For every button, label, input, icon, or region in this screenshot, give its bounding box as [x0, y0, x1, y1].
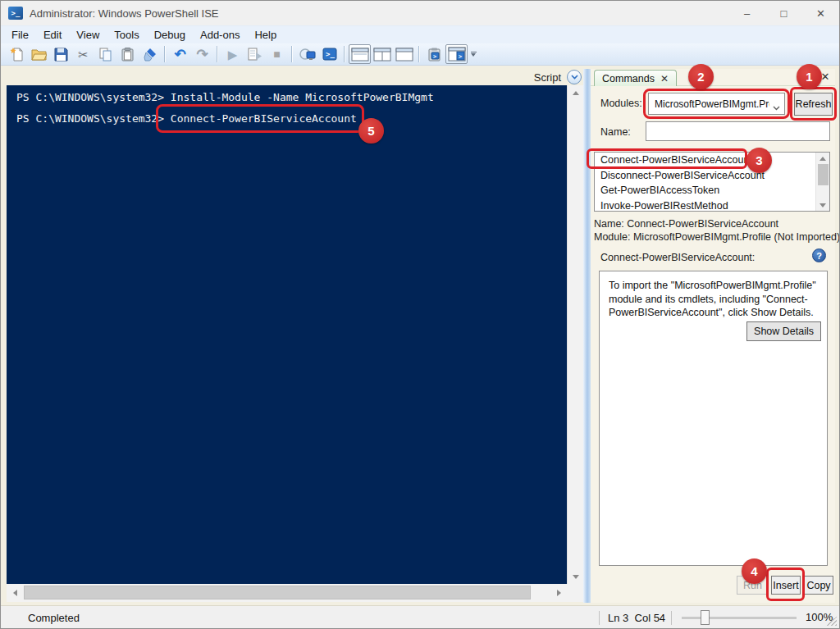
show-script-pane-maximized-icon[interactable]: [393, 44, 415, 64]
annotation-badge-1: 1: [797, 64, 822, 89]
toolbar-separator: [164, 46, 165, 62]
menu-debug[interactable]: Debug: [147, 27, 193, 43]
zoom-slider[interactable]: [682, 617, 797, 619]
undo-icon[interactable]: ↶: [169, 44, 191, 64]
name-input[interactable]: [646, 121, 830, 141]
annotation-box-insert: [766, 567, 805, 601]
annotation-box-command: [156, 104, 364, 133]
cmdlet-info-module: Module: MicrosoftPowerBIMgmt.Profile (No…: [594, 231, 840, 243]
maximize-button[interactable]: □: [765, 1, 802, 25]
copy-icon[interactable]: [94, 44, 116, 64]
tab-commands-label: Commands: [602, 73, 655, 84]
scroll-left-icon[interactable]: [8, 584, 21, 602]
clear-console-pane-icon[interactable]: [139, 44, 161, 64]
annotation-badge-5: 5: [358, 118, 384, 144]
powershell-ise-window: >_ Administrator: Windows PowerShell ISE…: [0, 0, 840, 629]
annotation-box-refresh: [790, 87, 837, 121]
menu-tools[interactable]: Tools: [107, 27, 146, 43]
new-remote-powershell-tab-icon[interactable]: [296, 44, 318, 64]
scroll-up-icon[interactable]: [816, 154, 829, 162]
toolbar-overflow-icon[interactable]: [468, 45, 479, 63]
help-icon[interactable]: ?: [812, 248, 826, 262]
scroll-right-icon[interactable]: [552, 584, 565, 602]
toolbar: ✂ ↶ ↷ ▶ ■ >_: [1, 43, 839, 66]
annotation-box-cmdlet: [587, 148, 747, 169]
expand-script-pane-button[interactable]: [567, 70, 582, 84]
menu-addons[interactable]: Add-ons: [193, 27, 247, 43]
show-details-button[interactable]: Show Details: [746, 321, 821, 341]
console-prompt: PS C:\WINDOWS\system32>: [16, 112, 171, 125]
tab-close-icon[interactable]: ✕: [660, 74, 669, 84]
resize-grip[interactable]: [827, 616, 837, 626]
toolbar-separator: [291, 46, 292, 62]
menu-edit[interactable]: Edit: [36, 27, 69, 43]
paste-icon[interactable]: [116, 44, 139, 64]
scroll-down-icon[interactable]: [568, 571, 583, 582]
scrollbar-corner: [567, 584, 583, 602]
cut-icon[interactable]: ✂: [72, 44, 94, 64]
show-script-pane-top-icon[interactable]: [349, 44, 371, 64]
console-vertical-scrollbar[interactable]: [567, 85, 583, 584]
menu-view[interactable]: View: [69, 27, 107, 43]
run-script-icon[interactable]: ▶: [221, 44, 244, 64]
scroll-thumb[interactable]: [818, 164, 829, 185]
copy-button[interactable]: Copy: [804, 576, 833, 595]
cmdlet-list-scrollbar[interactable]: [815, 153, 829, 211]
stop-operation-icon[interactable]: ■: [266, 44, 288, 64]
script-pane-header: Script: [7, 69, 583, 85]
toolbar-separator: [217, 46, 217, 62]
toolbar-separator: [418, 46, 419, 62]
svg-text:>: >: [433, 53, 436, 60]
menu-file[interactable]: File: [4, 27, 36, 43]
redo-icon[interactable]: ↷: [191, 44, 213, 64]
start-powershell-icon[interactable]: >_: [318, 44, 340, 64]
console-pane[interactable]: PS C:\WINDOWS\system32> Install-Module -…: [7, 85, 567, 584]
show-script-pane-right-icon[interactable]: [371, 44, 393, 64]
console-horizontal-scrollbar[interactable]: [7, 584, 567, 602]
list-item-invokerestmethod[interactable]: Invoke-PowerBIRestMethod: [595, 198, 829, 212]
console-line-1: PS C:\WINDOWS\system32> Install-Module -…: [16, 91, 434, 103]
script-pane-label: Script: [534, 71, 561, 84]
zoom-slider-thumb[interactable]: [701, 610, 710, 625]
new-powershell-tab-icon[interactable]: >: [423, 44, 445, 64]
modules-label: Modules:: [600, 98, 642, 109]
save-script-icon[interactable]: [50, 44, 72, 64]
annotation-badge-4: 4: [742, 558, 767, 584]
list-item-disconnect[interactable]: Disconnect-PowerBIServiceAccount: [595, 168, 829, 184]
run-selection-icon[interactable]: [244, 44, 266, 64]
cmdlet-section-header: Connect-PowerBIServiceAccount:: [600, 252, 755, 263]
svg-text:>_: >_: [326, 50, 335, 58]
scroll-up-icon[interactable]: [568, 87, 583, 98]
title-bar: >_ Administrator: Windows PowerShell ISE…: [1, 1, 839, 25]
powershell-ise-app-icon: >_: [8, 7, 23, 20]
menu-bar: File Edit View Tools Debug Add-ons Help: [1, 25, 839, 43]
annotation-box-modules-dropdown: [643, 89, 790, 119]
cmdlet-details-box: To import the "MicrosoftPowerBIMgmt.Prof…: [599, 271, 828, 566]
list-item-getaccesstoken[interactable]: Get-PowerBIAccessToken: [595, 183, 829, 198]
tab-commands[interactable]: Commands ✕: [594, 70, 677, 86]
window-title: Administrator: Windows PowerShell ISE: [30, 7, 218, 20]
new-script-icon[interactable]: [6, 44, 28, 64]
annotation-badge-2: 2: [688, 64, 714, 89]
close-button[interactable]: ✕: [802, 1, 839, 25]
toolbar-separator: [344, 46, 345, 62]
open-script-icon[interactable]: [28, 44, 50, 64]
cmdlet-info-name: Name: Connect-PowerBIServiceAccount: [594, 218, 778, 230]
scroll-down-icon[interactable]: [816, 201, 829, 209]
status-text: Completed: [28, 612, 80, 624]
horizontal-scroll-thumb[interactable]: [24, 586, 531, 599]
show-script-pane-icon[interactable]: >: [445, 44, 468, 64]
import-help-text: To import the "MicrosoftPowerBIMgmt.Prof…: [609, 279, 817, 320]
minimize-button[interactable]: –: [728, 1, 765, 25]
svg-text:>: >: [459, 53, 462, 60]
menu-help[interactable]: Help: [247, 27, 284, 43]
annotation-badge-3: 3: [746, 148, 772, 173]
name-label: Name:: [600, 126, 631, 138]
line-col-indicator: Ln 3 Col 54: [608, 612, 665, 624]
